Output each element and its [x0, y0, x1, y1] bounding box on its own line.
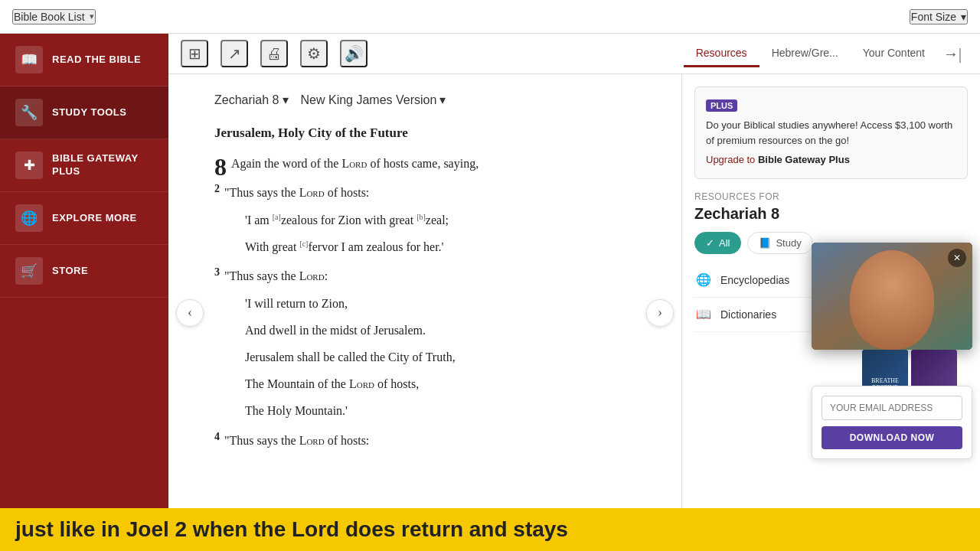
next-chapter-button[interactable]: ›	[646, 299, 674, 327]
section-title: Jerusalem, Holy City of the Future	[214, 126, 635, 141]
verse-2: 2 "Thus says the Lord of hosts:	[214, 180, 635, 204]
prev-chapter-button[interactable]: ‹	[176, 299, 204, 327]
content-area: ⊞ ↗ 🖨 ⚙ 🔊 Resources Hebrew/Gre... Your C…	[168, 34, 980, 551]
email-promo-card: DOWNLOAD NOW	[812, 386, 972, 459]
tab-label: All	[719, 237, 730, 249]
audio-icon[interactable]: 🔊	[340, 40, 368, 67]
columns-icon[interactable]: ⊞	[181, 40, 208, 67]
close-video-icon[interactable]: ✕	[948, 249, 966, 267]
sidebar-item-explore-more[interactable]: 🌐 EXPLORE MORE	[0, 192, 168, 245]
main-layout: 📖 READ THE BIBLE 🔧 STUDY TOOLS ✚ BIBLE G…	[0, 34, 980, 551]
store-icon: 🛒	[15, 257, 43, 285]
resources-label: Resources for	[694, 191, 968, 202]
plus-upgrade-text[interactable]: Upgrade to Bible Gateway Plus	[706, 152, 956, 168]
video-overlay: ✕	[812, 243, 972, 350]
sidebar-item-read-the-bible[interactable]: 📖 READ THE BIBLE	[0, 34, 168, 86]
resource-tab-study[interactable]: 📘 Study	[747, 232, 812, 254]
verse-3c: Jerusalem shall be called the City of Tr…	[245, 347, 635, 367]
chevron-down-icon: ▾	[90, 11, 94, 21]
tab-hebrew-gre[interactable]: Hebrew/Gre...	[760, 41, 851, 67]
resource-item-label: Dictionaries	[720, 308, 776, 321]
sidebar: 📖 READ THE BIBLE 🔧 STUDY TOOLS ✚ BIBLE G…	[0, 34, 168, 551]
chevron-down-icon: ▾	[283, 93, 289, 107]
resources-title: Zechariah 8	[694, 205, 968, 223]
download-now-button[interactable]: DOWNLOAD NOW	[822, 426, 962, 449]
resource-item-label: Encyclopedias	[720, 274, 789, 286]
sidebar-item-label: STUDY TOOLS	[52, 106, 126, 119]
print-icon[interactable]: 🖨	[260, 40, 288, 67]
plus-promo-text: Do your Biblical studies anywhere! Acces…	[706, 118, 956, 148]
sidebar-item-label: STORE	[52, 265, 88, 278]
sidebar-item-label: EXPLORE MORE	[52, 212, 137, 225]
check-icon: ✓	[706, 237, 714, 249]
toolbar: ⊞ ↗ 🖨 ⚙ 🔊 Resources Hebrew/Gre... Your C…	[168, 34, 980, 74]
tab-label: Study	[776, 237, 801, 249]
sidebar-item-label: READ THE BIBLE	[52, 54, 141, 67]
globe-icon: 🌐	[15, 204, 43, 232]
verse-2b: With great [c]fervor I am zealous for he…	[245, 236, 635, 257]
verse-3b: And dwell in the midst of Jerusalem.	[245, 320, 635, 341]
caption-text: just like in Joel 2 when the Lord does r…	[15, 517, 568, 542]
sidebar-item-study-tools[interactable]: 🔧 STUDY TOOLS	[0, 86, 168, 139]
email-input[interactable]	[822, 396, 962, 420]
chapter-name: Zechariah 8	[214, 93, 279, 107]
external-link-icon[interactable]: ↗	[220, 40, 248, 67]
chapter-number: 8	[214, 155, 227, 179]
verse-3e: The Holy Mountain.'	[245, 400, 635, 421]
verse-3d: The Mountain of the Lord of hosts,	[245, 373, 635, 394]
font-size-label: Font Size	[911, 11, 956, 23]
chapter-selector[interactable]: Zechariah 8 ▾	[214, 93, 289, 107]
tab-resources[interactable]: Resources	[684, 41, 760, 67]
verse-4: 4 "Thus says the Lord of hosts:	[214, 428, 635, 452]
version-name: New King James Version	[301, 93, 437, 107]
reading-area: Zechariah 8 ▾ New King James Version ▾ J…	[168, 74, 980, 551]
plus-icon: ✚	[15, 152, 43, 179]
settings-icon[interactable]: ⚙	[300, 40, 328, 67]
tab-your-content[interactable]: Your Content	[851, 41, 937, 67]
tools-icon: 🔧	[15, 99, 43, 126]
tab-bar: Resources Hebrew/Gre... Your Content →|	[684, 41, 968, 67]
plus-badge: PLUS	[706, 99, 737, 112]
verse-3: 3 "Thus says the Lord:	[214, 263, 635, 287]
verse-1: 8 Again the word of the Lord of hosts ca…	[214, 153, 635, 174]
globe-icon: 🌐	[694, 271, 713, 289]
version-selector[interactable]: New King James Version ▾	[301, 93, 446, 107]
bible-book-list-button[interactable]: Bible Book List ▾	[12, 9, 96, 24]
top-bar: Bible Book List ▾ Font Size ▾	[0, 0, 980, 34]
chevron-down-icon: ▾	[961, 11, 966, 23]
book-icon: 📘	[759, 237, 771, 249]
plus-promo-card: PLUS Do your Biblical studies anywhere! …	[694, 86, 968, 179]
chapter-nav: Zechariah 8 ▾ New King James Version ▾	[214, 93, 635, 107]
bible-book-list-label: Bible Book List	[14, 11, 85, 23]
dictionary-icon: 📖	[694, 305, 713, 324]
right-panel: PLUS Do your Biblical studies anywhere! …	[681, 74, 980, 551]
sidebar-item-bible-gateway-plus[interactable]: ✚ BIBLE GATEWAY PLUS	[0, 139, 168, 192]
bottom-caption: just like in Joel 2 when the Lord does r…	[0, 508, 980, 551]
chevron-down-icon: ▾	[439, 93, 446, 107]
sidebar-item-store[interactable]: 🛒 STORE	[0, 245, 168, 298]
font-size-button[interactable]: Font Size ▾	[910, 9, 968, 24]
sidebar-item-label: BIBLE GATEWAY PLUS	[52, 152, 153, 178]
bible-panel: Zechariah 8 ▾ New King James Version ▾ J…	[168, 74, 681, 551]
resource-tab-all[interactable]: ✓ All	[694, 232, 741, 254]
video-background: ✕	[812, 243, 972, 350]
collapse-panel-icon[interactable]: →|	[937, 42, 968, 66]
book-icon: 📖	[15, 46, 43, 73]
verse-3a: 'I will return to Zion,	[245, 293, 635, 314]
verse-2a: 'I am [a]zealous for Zion with great [b]…	[245, 210, 635, 230]
